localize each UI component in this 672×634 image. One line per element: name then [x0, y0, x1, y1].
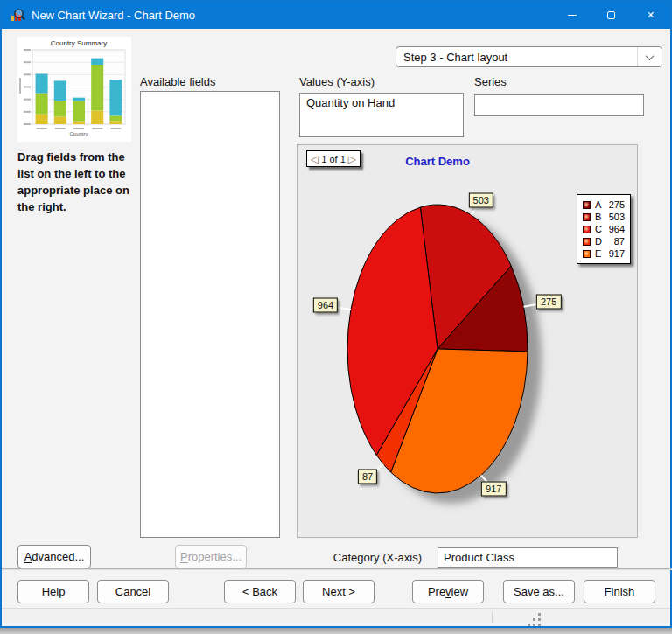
thumb-bar-segment [109, 80, 122, 115]
maximize-button[interactable] [592, 2, 631, 29]
step-selector-value: Step 3 - Chart layout [396, 51, 637, 64]
wizard-chart-icon [10, 8, 25, 23]
page-indicator: 1 of 1 [321, 154, 346, 164]
close-icon: ✕ [647, 10, 654, 21]
legend-marker [583, 201, 591, 209]
thumb-bar-segment [54, 117, 66, 125]
advanced-button[interactable]: Advanced... [18, 545, 91, 568]
status-bar-separator [492, 611, 493, 623]
close-button[interactable]: ✕ [631, 2, 670, 29]
pie-data-label: 503 [469, 193, 494, 208]
thumb-bar-segment [73, 98, 85, 101]
thumb-bar-segment [54, 80, 66, 101]
values-y-item[interactable]: Quantity on Hand [300, 94, 463, 112]
legend-marker [583, 213, 591, 221]
cancel-button[interactable]: Cancel [97, 580, 169, 603]
legend-marker [583, 238, 591, 246]
legend-marker [583, 226, 591, 233]
available-fields-label: Available fields [140, 75, 215, 88]
chart-preview-panel: 50327591787964 ◁ 1 of 1 ▷ Chart Demo A 2… [297, 144, 638, 538]
category-x-input[interactable] [438, 547, 618, 568]
pie-data-label: 275 [536, 295, 561, 310]
save-as-button[interactable]: Save as... [503, 580, 575, 603]
help-button[interactable]: Help [18, 580, 89, 603]
series-box[interactable] [474, 94, 644, 116]
window-drop-shadow [0, 628, 672, 634]
previous-page-icon[interactable]: ◁ [311, 154, 318, 164]
svg-text:Country: Country [69, 131, 88, 136]
titlebar: New Chart Wizard - Chart Demo ✕ [2, 2, 670, 29]
divider-highlight [2, 569, 672, 570]
chevron-down-icon [646, 52, 654, 60]
thumb-bar-segment [36, 94, 48, 115]
thumb-bar-segment [36, 73, 48, 93]
chart-style-thumbnail: Country SummaryCountry [18, 37, 131, 142]
resize-grip-icon[interactable] [527, 613, 541, 626]
legend-item: D 87 [583, 235, 625, 247]
pie-data-label: 964 [313, 298, 338, 313]
thumb-bar-segment [109, 115, 122, 121]
thumb-bar-segment [91, 65, 103, 110]
wizard-window: New Chart Wizard - Chart Demo ✕ Country … [0, 0, 672, 628]
thumbnail-bar-chart: Country SummaryCountry [18, 37, 131, 142]
step-selector-dropdown-button[interactable] [637, 47, 662, 66]
finish-button[interactable]: Finish [584, 580, 655, 603]
thumb-bar-segment [36, 115, 48, 124]
step-selector[interactable]: Step 3 - Chart layout [396, 46, 662, 67]
maximize-icon [607, 11, 615, 19]
series-label: Series [474, 75, 507, 88]
back-button[interactable]: < Back [224, 580, 296, 603]
chart-legend: A 275 B 503 C 964 D 87 E 917 [577, 194, 631, 264]
category-x-label: Category (X-axis) [297, 551, 422, 564]
svg-text:Country Summary: Country Summary [51, 39, 107, 47]
legend-item: B 503 [583, 211, 625, 223]
minimize-icon [568, 15, 577, 16]
values-y-box[interactable]: Quantity on Hand [299, 93, 464, 137]
thumb-bar-segment [109, 121, 122, 124]
values-y-label: Values (Y-axis) [299, 75, 374, 88]
pie-data-label: 917 [481, 482, 506, 497]
preview-button[interactable]: Preview [412, 580, 484, 603]
chart-title: Chart Demo [350, 155, 525, 168]
legend-item: A 275 [583, 199, 625, 211]
thumb-bar-segment [91, 110, 103, 124]
legend-item: C 964 [583, 223, 625, 235]
next-button[interactable]: Next > [303, 580, 374, 603]
drag-hint-text: Drag fields from the list on the left to… [18, 149, 136, 215]
legend-item: E 917 [583, 247, 625, 260]
thumb-bar-segment [73, 122, 85, 124]
pie-data-label: 87 [358, 470, 377, 484]
legend-marker [583, 250, 591, 258]
thumb-bar-segment [73, 101, 85, 121]
thumb-bar-segment [54, 101, 66, 116]
properties-button[interactable]: Properties... [175, 545, 247, 568]
window-title: New Chart Wizard - Chart Demo [32, 9, 195, 22]
minimize-button[interactable] [552, 2, 592, 29]
thumb-bar-segment [91, 59, 103, 65]
status-bar [2, 608, 670, 626]
available-fields-list[interactable] [140, 91, 280, 538]
